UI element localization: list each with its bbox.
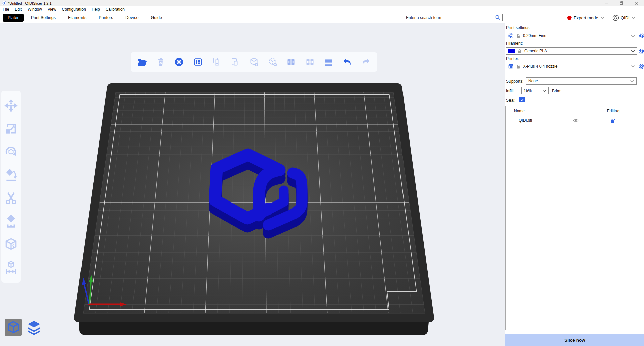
menu-calibration[interactable]: Calibration — [106, 7, 125, 12]
scale-tool-button[interactable] — [4, 121, 18, 136]
paste-button[interactable] — [229, 56, 241, 68]
chevron-down-icon — [631, 50, 635, 52]
chevron-down-icon — [600, 17, 604, 19]
print-settings-value: 0.20mm Fine — [523, 33, 629, 38]
tab-guide[interactable]: Guide — [151, 15, 162, 20]
preview-layers-view-button[interactable] — [25, 319, 42, 336]
viewport-3d — [0, 23, 505, 346]
account-menu[interactable]: QIDI — [612, 13, 635, 22]
seal-checkbox[interactable] — [519, 97, 525, 102]
menu-file[interactable]: File — [3, 7, 9, 12]
object-row[interactable]: QIDI.stl — [506, 116, 643, 125]
search-box — [404, 14, 503, 21]
supports-value: None — [528, 79, 628, 83]
object-list-header: Name Editing — [506, 106, 643, 116]
filament-gear-button[interactable] — [639, 48, 644, 54]
printer-gear-button[interactable] — [639, 64, 644, 69]
add-instance-button[interactable] — [248, 56, 260, 68]
paint-supports-tool-button[interactable] — [4, 214, 18, 229]
brim-checkbox[interactable] — [566, 88, 571, 93]
tab-device[interactable]: Device — [125, 15, 138, 20]
cut-tool-button[interactable] — [4, 191, 18, 206]
printer-value: X-Plus 4 0.4 nozzle — [523, 64, 629, 69]
menu-bar: File Edit Window View Configuration Help… — [0, 6, 644, 12]
delete-button[interactable] — [155, 56, 166, 68]
gear-icon — [508, 33, 514, 38]
lock-icon — [516, 64, 521, 69]
brim-label: Brim: — [552, 89, 561, 93]
infill-label: Infill: — [506, 89, 515, 93]
edit-object-icon[interactable] — [610, 118, 616, 124]
tab-print-settings[interactable]: Print Settings — [31, 15, 56, 20]
mode-selector[interactable]: Expert mode — [567, 13, 604, 22]
supports-label: Supports: — [506, 79, 523, 84]
object-name: QIDI.stl — [519, 118, 532, 123]
editor-3d-view-button[interactable] — [5, 319, 22, 336]
lock-icon — [516, 33, 521, 38]
menu-window[interactable]: Window — [28, 7, 42, 12]
fuzzy-skin-tool-button[interactable] — [4, 237, 18, 252]
redo-button[interactable] — [360, 56, 372, 68]
print-settings-label: Print settings: — [506, 25, 531, 30]
undo-button[interactable] — [341, 56, 353, 68]
menu-help[interactable]: Help — [92, 7, 100, 12]
viewport-3d-canvas[interactable] — [0, 23, 505, 346]
search-input[interactable] — [404, 15, 495, 20]
chevron-down-icon — [631, 35, 635, 37]
menu-view[interactable]: View — [48, 7, 56, 12]
qidi-logo-icon — [612, 15, 619, 21]
slice-now-button[interactable]: Slice now — [505, 334, 644, 346]
visibility-eye-icon[interactable] — [573, 118, 579, 124]
printer-combo[interactable]: X-Plus 4 0.4 nozzle — [506, 63, 637, 70]
filament-combo[interactable]: Generic PLA — [506, 47, 637, 55]
printer-label: Printer: — [506, 56, 519, 61]
print-settings-combo[interactable]: 0.20mm Fine — [506, 32, 637, 39]
delete-all-button[interactable] — [173, 56, 185, 68]
column-name: Name — [514, 109, 525, 113]
settings-panel: Print settings: 0.20mm Fine Filament: Ge… — [505, 23, 644, 346]
gizmo-toolbar — [1, 91, 21, 283]
arrange-button[interactable] — [192, 56, 204, 68]
rotate-tool-button[interactable] — [4, 145, 18, 159]
copy-button[interactable] — [211, 56, 222, 68]
window-title: *Untitled - QIDISlicer-1.2.1 — [8, 1, 52, 5]
split-objects-button[interactable] — [285, 56, 297, 68]
chevron-down-icon — [542, 90, 546, 92]
filament-color-swatch — [508, 49, 515, 53]
app-icon — [2, 1, 6, 5]
restore-button[interactable] — [614, 0, 629, 6]
supports-combo[interactable]: None — [526, 77, 637, 85]
view-toggles — [5, 319, 42, 336]
tab-printers[interactable]: Printers — [99, 15, 113, 20]
minimize-button[interactable] — [599, 0, 614, 6]
place-on-face-tool-button[interactable] — [4, 168, 18, 182]
menu-configuration[interactable]: Configuration — [62, 7, 86, 12]
chevron-down-icon — [631, 17, 635, 19]
column-editing: Editing — [601, 109, 625, 113]
tab-filaments[interactable]: Filaments — [68, 15, 86, 20]
measure-tool-button[interactable] — [4, 260, 18, 275]
split-parts-button[interactable] — [304, 56, 316, 68]
title-bar: *Untitled - QIDISlicer-1.2.1 — [0, 0, 644, 6]
search-icon[interactable] — [495, 15, 501, 20]
menu-edit[interactable]: Edit — [15, 7, 22, 12]
tab-bar: Plater Print Settings Filaments Printers… — [0, 12, 644, 23]
account-label: QIDI — [621, 15, 630, 20]
infill-combo[interactable]: 15% — [521, 87, 549, 94]
variable-layer-height-button[interactable] — [323, 56, 334, 68]
filament-label: Filament: — [506, 41, 523, 46]
filament-value: Generic PLA — [524, 49, 629, 53]
seal-label: Seal: — [506, 98, 515, 103]
chevron-down-icon — [631, 65, 635, 68]
open-button[interactable] — [136, 56, 148, 68]
close-button[interactable] — [629, 0, 644, 6]
expert-mode-icon — [567, 15, 572, 20]
remove-instance-button[interactable] — [267, 56, 278, 68]
mode-label: Expert mode — [574, 15, 598, 20]
main-toolbar — [131, 52, 377, 72]
move-tool-button[interactable] — [4, 98, 18, 113]
object-list: Name Editing QIDI.stl — [505, 106, 643, 330]
printer-icon — [508, 64, 514, 69]
print-settings-gear-button[interactable] — [639, 33, 644, 39]
tab-plater[interactable]: Plater — [3, 14, 24, 22]
